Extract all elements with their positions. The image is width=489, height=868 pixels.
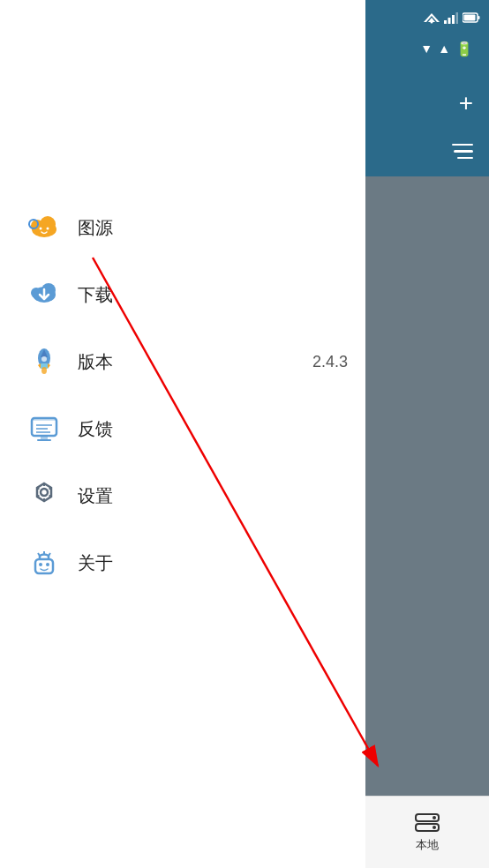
wifi-indicator xyxy=(424,11,440,24)
menu-list: 图源 下载 xyxy=(0,0,365,596)
svg-rect-19 xyxy=(37,439,51,441)
svg-rect-48 xyxy=(452,15,455,24)
svg-rect-18 xyxy=(41,436,48,439)
svg-line-34 xyxy=(49,553,50,556)
svg-line-30 xyxy=(37,496,40,498)
local-nav-icon xyxy=(414,812,440,835)
svg-point-36 xyxy=(46,563,49,566)
svg-point-4 xyxy=(47,228,49,230)
battery-icon: 🔋 xyxy=(455,41,473,57)
svg-rect-17 xyxy=(32,418,56,421)
menu-item-guanyu[interactable]: 关于 xyxy=(18,529,365,596)
svg-marker-13 xyxy=(48,363,50,369)
svg-point-14 xyxy=(41,367,47,374)
svg-point-3 xyxy=(40,228,42,230)
left-panel: 图源 下载 xyxy=(0,0,365,868)
wifi-icon: ▼ xyxy=(420,41,433,56)
menu-item-xiazai[interactable]: 下载 xyxy=(18,261,365,328)
svg-point-35 xyxy=(39,563,42,566)
svg-point-24 xyxy=(41,489,48,496)
xiazai-icon xyxy=(26,277,62,312)
svg-line-28 xyxy=(49,496,52,498)
svg-line-32 xyxy=(38,553,40,556)
svg-rect-52 xyxy=(464,15,476,21)
menu-item-fankui[interactable]: 反馈 xyxy=(18,395,365,462)
menu-item-tuyuan[interactable]: 图源 xyxy=(18,194,365,261)
fankui-label: 反馈 xyxy=(78,417,113,441)
svg-point-45 xyxy=(431,21,433,24)
guanyu-icon xyxy=(26,545,62,580)
svg-rect-31 xyxy=(35,559,53,573)
menu-item-shezhi[interactable]: 设置 xyxy=(18,462,365,529)
menu-item-banben[interactable]: 版本 2.4.3 xyxy=(18,328,365,395)
signal-indicator xyxy=(444,11,458,24)
banben-label: 版本 xyxy=(78,350,113,374)
svg-point-40 xyxy=(433,826,436,829)
fankui-icon xyxy=(26,411,62,446)
banben-value: 2.4.3 xyxy=(312,353,348,371)
svg-point-7 xyxy=(31,288,41,298)
bottom-nav[interactable]: 本地 xyxy=(365,796,489,868)
add-button[interactable]: + xyxy=(459,89,473,117)
svg-point-39 xyxy=(433,816,436,819)
svg-rect-47 xyxy=(448,18,451,24)
right-panel: ▼ ▲ 🔋 + xyxy=(365,0,489,868)
bottom-nav-label: 本地 xyxy=(416,837,439,853)
svg-rect-46 xyxy=(444,20,447,24)
svg-rect-51 xyxy=(478,16,480,19)
status-bar: ▼ ▲ 🔋 xyxy=(381,35,473,63)
shezhi-icon xyxy=(26,478,62,513)
banben-icon xyxy=(26,344,62,379)
signal-icon: ▲ xyxy=(438,41,450,56)
guanyu-label: 关于 xyxy=(78,551,113,575)
tuyuan-label: 图源 xyxy=(78,216,113,240)
svg-line-29 xyxy=(49,488,52,490)
xiazai-label: 下载 xyxy=(78,283,113,307)
status-bar-overlay xyxy=(365,0,489,35)
svg-rect-49 xyxy=(456,12,459,24)
battery-indicator xyxy=(463,12,480,23)
svg-marker-12 xyxy=(38,363,41,369)
hamburger-menu[interactable] xyxy=(452,144,473,160)
svg-line-27 xyxy=(37,488,40,490)
shezhi-label: 设置 xyxy=(78,484,113,508)
tuyuan-icon xyxy=(26,210,62,245)
svg-point-15 xyxy=(41,356,47,362)
